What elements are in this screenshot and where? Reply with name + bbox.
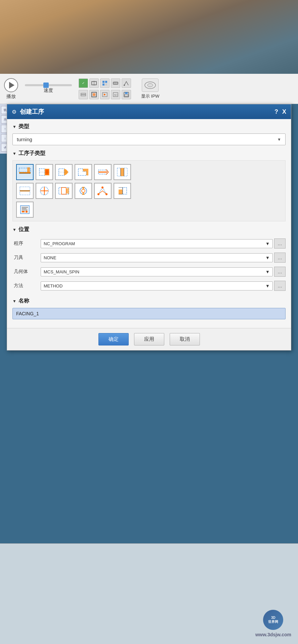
method-dropdown[interactable]: METHOD ▼ — [41, 281, 273, 290]
watermark-logo: 3D世界网 — [263, 610, 283, 630]
position-section: ▼ 位置 程序 NC_PROGRAM ▼ — [12, 226, 286, 293]
subtype-icon-facing[interactable] — [16, 164, 34, 180]
geometry-value: MCS_MAIN_SPIN — [44, 269, 79, 274]
play-button[interactable] — [4, 78, 18, 92]
dialog-titlebar: ⚙ 创建工序 ? X — [7, 104, 291, 119]
program-dropdown[interactable]: NC_PROGRAM ▼ — [41, 239, 273, 248]
geometry-dropdown[interactable]: MCS_MAIN_SPIN ▼ — [41, 267, 273, 276]
svg-rect-25 — [27, 167, 30, 173]
subtype-icon-drill[interactable] — [36, 183, 53, 199]
subtype-icon-profile[interactable] — [75, 164, 92, 180]
program-label: 程序 — [12, 236, 39, 251]
method-edit-btn[interactable]: … — [274, 281, 286, 291]
type-title: 类型 — [18, 123, 29, 130]
close-button[interactable]: X — [282, 108, 286, 115]
speed-thumb[interactable] — [43, 83, 49, 88]
svg-point-41 — [44, 190, 45, 192]
toolbar-row-2: 5☉ — [79, 90, 131, 99]
svg-rect-56 — [22, 210, 27, 210]
create-operation-dialog: ⚙ 创建工序 ? X ▼ 类型 turning ▼ ▼ — [7, 104, 291, 351]
subtype-arrow: ▼ — [12, 151, 16, 156]
geometry-edit-btn[interactable]: … — [274, 267, 286, 277]
tool-edit-btn[interactable]: … — [274, 253, 286, 263]
ipw-button[interactable]: 显示 IPW — [141, 78, 159, 99]
type-dropdown-arrow: ▼ — [277, 137, 281, 142]
subtype-icon-teach[interactable] — [94, 183, 112, 199]
tool-dropdown[interactable]: NONE ▼ — [41, 253, 273, 262]
program-arrow: ▼ — [265, 241, 270, 246]
svg-rect-20 — [125, 95, 128, 96]
watermark-url: www.3dsjw.com — [255, 632, 291, 637]
type-section: ▼ 类型 turning ▼ — [12, 123, 286, 145]
position-arrow: ▼ — [12, 227, 16, 232]
photo-background — [0, 0, 298, 74]
program-value: NC_PROGRAM — [44, 241, 75, 246]
grid-icon[interactable] — [100, 78, 110, 88]
apply-button[interactable]: 应用 — [134, 333, 164, 345]
dialog-buttons: 确定 应用 取消 — [7, 328, 291, 350]
subtype-icon-od-finish[interactable] — [55, 164, 73, 180]
save-icon[interactable] — [122, 90, 131, 99]
name-input[interactable] — [12, 308, 286, 319]
subtype-icon-centerline[interactable] — [75, 183, 92, 199]
geometry-label: 几何体 — [12, 265, 39, 279]
cancel-button[interactable]: 取消 — [170, 333, 200, 345]
svg-rect-12 — [81, 94, 86, 95]
type-dropdown[interactable]: turning ▼ — [12, 133, 286, 145]
subtype-row-1 — [16, 164, 282, 180]
svg-rect-5 — [105, 84, 107, 86]
position-row-method: 方法 METHOD ▼ … — [12, 279, 286, 293]
program-edit-btn[interactable]: … — [274, 238, 286, 249]
type-section-header: ▼ 类型 — [12, 123, 286, 130]
ok-button[interactable]: 确定 — [98, 333, 129, 345]
dialog-title-text: 创建工序 — [20, 108, 44, 116]
dialog-title-left: ⚙ 创建工序 — [12, 108, 44, 116]
subtype-icon-bore[interactable] — [55, 183, 73, 199]
speed-control: 速度 — [25, 84, 72, 94]
playback-controls: 播放 — [4, 78, 18, 100]
geometry-dropdown-cell: MCS_MAIN_SPIN ▼ … — [39, 265, 286, 279]
toolbar-icons: ✓ 5☉ — [79, 78, 131, 99]
geometry-arrow: ▼ — [265, 269, 270, 274]
compare-icon[interactable] — [89, 78, 99, 88]
method-label: 方法 — [12, 279, 39, 293]
subtype-icon-thread[interactable] — [94, 164, 112, 180]
svg-rect-54 — [22, 207, 28, 208]
replay-icon[interactable] — [100, 90, 110, 99]
help-button[interactable]: ? — [274, 108, 278, 115]
gear-icon: ⚙ — [12, 109, 16, 115]
position-row-tool: 刀具 NONE ▼ … — [12, 251, 286, 265]
subtype-section-header: ▼ 工序子类型 — [12, 150, 286, 157]
svg-rect-4 — [102, 84, 104, 86]
toolbar-row-1: ✓ — [79, 78, 131, 88]
layers-icon[interactable] — [79, 90, 88, 99]
path-icon[interactable] — [122, 78, 131, 88]
play-label: 播放 — [6, 94, 16, 100]
type-arrow: ▼ — [12, 124, 16, 129]
svg-point-53 — [26, 211, 28, 213]
measure-icon[interactable] — [111, 78, 120, 88]
toolbar: 播放 速度 ✓ — [0, 74, 298, 104]
svg-rect-55 — [22, 208, 27, 209]
name-title: 名称 — [18, 298, 29, 305]
subtype-icon-multi-axis[interactable] — [114, 183, 131, 199]
svg-rect-52 — [22, 211, 25, 212]
dialog-title-right: ? X — [274, 108, 286, 115]
frame-icon[interactable] — [89, 90, 99, 99]
verify-icon[interactable]: ✓ — [79, 78, 88, 88]
subtype-icon-face-groove[interactable] — [16, 183, 34, 199]
tool-label: 刀具 — [12, 251, 39, 265]
speed-slider[interactable] — [25, 84, 72, 86]
subtype-icon-manual[interactable] — [16, 202, 34, 218]
svg-rect-14 — [93, 93, 95, 96]
name-section: ▼ 名称 — [12, 298, 286, 319]
position-title: 位置 — [18, 226, 29, 233]
subtype-icon-od-rough[interactable] — [36, 164, 53, 180]
watermark-3d: 3D世界网 — [268, 616, 278, 624]
subtype-icon-groove[interactable] — [114, 164, 131, 180]
ipw-icon — [142, 78, 159, 92]
steps-icon[interactable]: 5☉ — [111, 90, 120, 99]
subtype-grid — [12, 160, 286, 221]
type-dropdown-row: turning ▼ — [12, 133, 286, 145]
subtype-row-3 — [16, 202, 282, 218]
